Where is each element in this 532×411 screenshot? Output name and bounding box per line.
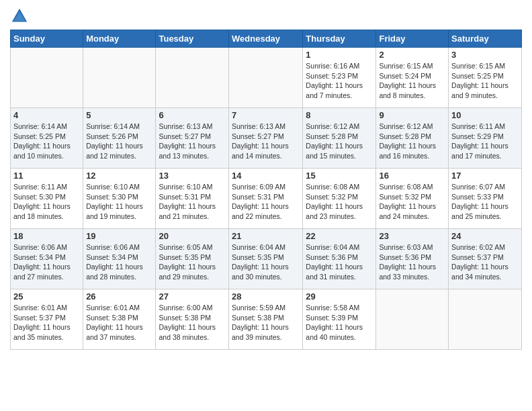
day-number: 4 [13,110,80,120]
day-number: 24 [451,231,519,241]
calendar-cell [11,48,83,108]
day-info: Sunrise: 6:05 AMSunset: 5:35 PMDaylight:… [159,242,226,282]
day-number: 18 [13,231,80,241]
calendar-cell [449,289,522,350]
day-info: Sunrise: 5:58 AMSunset: 5:39 PMDaylight:… [306,303,373,342]
calendar-cell: 9Sunrise: 6:12 AMSunset: 5:28 PMDaylight… [376,108,449,169]
day-number: 26 [86,291,152,302]
day-number: 1 [306,50,373,60]
calendar-cell: 4Sunrise: 6:14 AMSunset: 5:25 PMDaylight… [11,108,83,169]
calendar-week-1: 1Sunrise: 6:16 AMSunset: 5:23 PMDaylight… [11,48,522,108]
day-info: Sunrise: 6:04 AMSunset: 5:36 PMDaylight:… [306,242,373,282]
day-number: 25 [13,291,80,302]
calendar-week-2: 4Sunrise: 6:14 AMSunset: 5:25 PMDaylight… [11,108,522,169]
calendar-week-5: 25Sunrise: 6:01 AMSunset: 5:37 PMDayligh… [11,289,522,350]
day-number: 23 [379,231,445,241]
day-number: 5 [86,110,152,120]
calendar-cell: 13Sunrise: 6:10 AMSunset: 5:31 PMDayligh… [156,169,229,229]
day-number: 2 [379,50,445,60]
calendar-cell [229,48,303,108]
day-number: 21 [232,231,300,241]
calendar-header-thursday: Thursday [303,30,376,48]
calendar-cell: 10Sunrise: 6:11 AMSunset: 5:29 PMDayligh… [449,108,522,169]
calendar-cell: 7Sunrise: 6:13 AMSunset: 5:27 PMDaylight… [229,108,303,169]
day-number: 17 [451,171,519,181]
calendar-cell: 20Sunrise: 6:05 AMSunset: 5:35 PMDayligh… [156,229,229,289]
calendar-week-4: 18Sunrise: 6:06 AMSunset: 5:34 PMDayligh… [11,229,522,289]
day-info: Sunrise: 6:09 AMSunset: 5:31 PMDaylight:… [232,182,300,222]
day-info: Sunrise: 6:07 AMSunset: 5:33 PMDaylight:… [451,182,519,222]
calendar-cell: 6Sunrise: 6:13 AMSunset: 5:27 PMDaylight… [156,108,229,169]
calendar-cell: 3Sunrise: 6:15 AMSunset: 5:25 PMDaylight… [449,48,522,108]
calendar-header-wednesday: Wednesday [229,30,303,48]
day-info: Sunrise: 6:16 AMSunset: 5:23 PMDaylight:… [306,61,373,101]
calendar-cell: 18Sunrise: 6:06 AMSunset: 5:34 PMDayligh… [11,229,83,289]
calendar-cell: 5Sunrise: 6:14 AMSunset: 5:26 PMDaylight… [83,108,156,169]
day-info: Sunrise: 6:01 AMSunset: 5:37 PMDaylight:… [13,303,80,342]
day-info: Sunrise: 6:08 AMSunset: 5:32 PMDaylight:… [379,182,445,222]
calendar-cell: 17Sunrise: 6:07 AMSunset: 5:33 PMDayligh… [449,169,522,229]
day-number: 22 [306,231,373,241]
day-number: 15 [306,171,373,181]
day-info: Sunrise: 6:01 AMSunset: 5:38 PMDaylight:… [86,303,152,342]
day-info: Sunrise: 6:03 AMSunset: 5:36 PMDaylight:… [379,242,445,282]
day-number: 28 [232,291,300,302]
day-info: Sunrise: 6:08 AMSunset: 5:32 PMDaylight:… [306,182,373,222]
day-info: Sunrise: 6:10 AMSunset: 5:30 PMDaylight:… [86,182,152,222]
day-number: 8 [306,110,373,120]
day-info: Sunrise: 6:13 AMSunset: 5:27 PMDaylight:… [232,122,300,161]
calendar-cell: 22Sunrise: 6:04 AMSunset: 5:36 PMDayligh… [303,229,376,289]
calendar-header-tuesday: Tuesday [156,30,229,48]
day-number: 10 [451,110,519,120]
calendar-cell: 12Sunrise: 6:10 AMSunset: 5:30 PMDayligh… [83,169,156,229]
day-number: 19 [86,231,152,241]
day-info: Sunrise: 6:11 AMSunset: 5:29 PMDaylight:… [451,122,519,161]
calendar-cell: 29Sunrise: 5:58 AMSunset: 5:39 PMDayligh… [303,289,376,350]
day-number: 12 [86,171,152,181]
day-info: Sunrise: 6:14 AMSunset: 5:25 PMDaylight:… [13,122,80,161]
day-info: Sunrise: 6:06 AMSunset: 5:34 PMDaylight:… [13,242,80,282]
calendar-cell [156,48,229,108]
day-info: Sunrise: 6:13 AMSunset: 5:27 PMDaylight:… [159,122,226,161]
day-info: Sunrise: 6:02 AMSunset: 5:37 PMDaylight:… [451,242,519,282]
day-info: Sunrise: 6:15 AMSunset: 5:25 PMDaylight:… [451,61,519,101]
day-number: 16 [379,171,445,181]
calendar-cell: 23Sunrise: 6:03 AMSunset: 5:36 PMDayligh… [376,229,449,289]
day-number: 27 [159,291,226,302]
day-info: Sunrise: 6:06 AMSunset: 5:34 PMDaylight:… [86,242,152,282]
day-number: 13 [159,171,226,181]
calendar-cell [376,289,449,350]
calendar-cell: 11Sunrise: 6:11 AMSunset: 5:30 PMDayligh… [11,169,83,229]
day-number: 6 [159,110,226,120]
calendar-cell: 15Sunrise: 6:08 AMSunset: 5:32 PMDayligh… [303,169,376,229]
day-number: 14 [232,171,300,181]
day-number: 3 [451,50,519,60]
calendar-cell: 19Sunrise: 6:06 AMSunset: 5:34 PMDayligh… [83,229,156,289]
day-info: Sunrise: 6:10 AMSunset: 5:31 PMDaylight:… [159,182,226,222]
calendar-cell: 26Sunrise: 6:01 AMSunset: 5:38 PMDayligh… [83,289,156,350]
calendar-cell: 2Sunrise: 6:15 AMSunset: 5:24 PMDaylight… [376,48,449,108]
calendar-header-saturday: Saturday [449,30,522,48]
day-info: Sunrise: 6:00 AMSunset: 5:38 PMDaylight:… [159,303,226,342]
day-number: 7 [232,110,300,120]
calendar-header-monday: Monday [83,30,156,48]
calendar-cell: 8Sunrise: 6:12 AMSunset: 5:28 PMDaylight… [303,108,376,169]
day-info: Sunrise: 5:59 AMSunset: 5:38 PMDaylight:… [232,303,300,342]
day-info: Sunrise: 6:11 AMSunset: 5:30 PMDaylight:… [13,182,80,222]
day-number: 9 [379,110,445,120]
calendar-table: SundayMondayTuesdayWednesdayThursdayFrid… [10,30,522,350]
calendar-cell [83,48,156,108]
day-info: Sunrise: 6:15 AMSunset: 5:24 PMDaylight:… [379,61,445,101]
day-info: Sunrise: 6:12 AMSunset: 5:28 PMDaylight:… [306,122,373,161]
day-number: 29 [306,291,373,302]
calendar-header-friday: Friday [376,30,449,48]
day-info: Sunrise: 6:14 AMSunset: 5:26 PMDaylight:… [86,122,152,161]
logo-icon [10,7,29,26]
day-info: Sunrise: 6:04 AMSunset: 5:35 PMDaylight:… [232,242,300,282]
day-number: 11 [13,171,80,181]
calendar-week-3: 11Sunrise: 6:11 AMSunset: 5:30 PMDayligh… [11,169,522,229]
day-number: 20 [159,231,226,241]
calendar-header: SundayMondayTuesdayWednesdayThursdayFrid… [11,30,522,48]
calendar-cell: 16Sunrise: 6:08 AMSunset: 5:32 PMDayligh… [376,169,449,229]
calendar-cell: 27Sunrise: 6:00 AMSunset: 5:38 PMDayligh… [156,289,229,350]
